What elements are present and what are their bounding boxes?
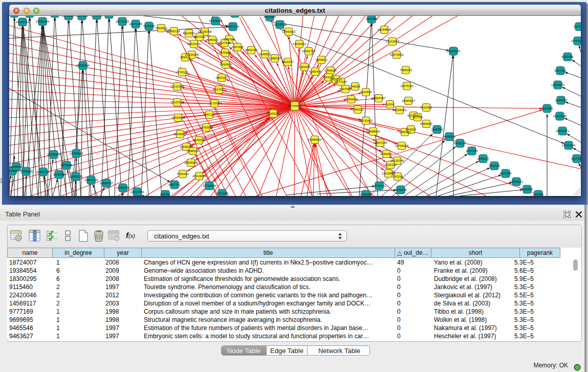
svg-text:5875685: 5875685 xyxy=(219,51,231,54)
svg-text:11156829: 11156829 xyxy=(19,170,33,173)
svg-text:14136141: 14136141 xyxy=(373,184,386,187)
svg-text:9457791: 9457791 xyxy=(168,183,181,186)
svg-text:16353809: 16353809 xyxy=(209,19,223,23)
svg-text:12923446: 12923446 xyxy=(130,190,144,193)
svg-text:18463627: 18463627 xyxy=(402,99,416,102)
svg-text:9245652: 9245652 xyxy=(521,188,533,191)
svg-text:25300203: 25300203 xyxy=(267,112,280,115)
svg-text:16543362: 16543362 xyxy=(187,42,201,46)
svg-text:1588520: 1588520 xyxy=(269,57,281,60)
svg-text:7663822: 7663822 xyxy=(155,27,167,30)
svg-text:8471676: 8471676 xyxy=(499,172,512,175)
svg-text:9327508: 9327508 xyxy=(219,41,231,45)
svg-text:12353594: 12353594 xyxy=(200,126,213,129)
svg-text:10958107: 10958107 xyxy=(100,182,114,185)
svg-text:12213389: 12213389 xyxy=(170,85,184,88)
svg-text:7955812: 7955812 xyxy=(315,58,328,61)
svg-text:8427552: 8427552 xyxy=(213,88,225,91)
svg-text:21364436: 21364436 xyxy=(344,98,358,101)
svg-text:1244419: 1244419 xyxy=(555,99,567,102)
svg-text:16782759: 16782759 xyxy=(116,186,130,189)
svg-text:9975886: 9975886 xyxy=(60,164,73,167)
svg-text:18724007: 18724007 xyxy=(288,104,302,107)
svg-text:17857225: 17857225 xyxy=(84,179,98,182)
svg-text:957786: 957786 xyxy=(412,116,423,119)
svg-text:9827502: 9827502 xyxy=(193,35,206,38)
svg-text:9084067: 9084067 xyxy=(380,152,393,156)
svg-text:10853287: 10853287 xyxy=(62,16,76,17)
svg-text:10107553: 10107553 xyxy=(170,101,184,104)
svg-text:6479197: 6479197 xyxy=(454,142,466,145)
svg-text:10688609: 10688609 xyxy=(366,130,380,133)
svg-text:12975115: 12975115 xyxy=(400,84,414,87)
svg-text:12213957: 12213957 xyxy=(386,40,400,43)
svg-text:5498222: 5498222 xyxy=(187,149,199,152)
svg-text:746266: 746266 xyxy=(350,85,361,88)
svg-text:7515546: 7515546 xyxy=(143,25,155,28)
svg-text:9242848: 9242848 xyxy=(220,63,232,66)
svg-text:15046788: 15046788 xyxy=(180,145,193,148)
svg-text:3624554: 3624554 xyxy=(360,91,372,94)
svg-text:9777169: 9777169 xyxy=(335,80,347,83)
svg-text:16640910: 16640910 xyxy=(293,42,307,46)
svg-text:12942737: 12942737 xyxy=(36,170,50,173)
svg-text:17016504: 17016504 xyxy=(562,144,576,147)
svg-text:954923: 954923 xyxy=(406,128,417,131)
svg-text:6497568: 6497568 xyxy=(339,87,352,91)
svg-text:14055712: 14055712 xyxy=(16,20,30,24)
svg-text:252214: 252214 xyxy=(393,175,403,178)
svg-text:1167532: 1167532 xyxy=(571,157,581,160)
svg-text:2718120: 2718120 xyxy=(176,71,188,74)
svg-text:8813054: 8813054 xyxy=(264,16,276,18)
svg-text:2967608: 2967608 xyxy=(231,46,244,49)
svg-text:1640954: 1640954 xyxy=(431,128,443,131)
svg-text:19218506: 19218506 xyxy=(273,23,287,26)
svg-text:1145194: 1145194 xyxy=(53,173,66,176)
svg-text:8912954: 8912954 xyxy=(183,32,195,35)
svg-text:8938923: 8938923 xyxy=(443,135,455,138)
svg-text:9234451: 9234451 xyxy=(360,193,372,196)
svg-text:16120746: 16120746 xyxy=(390,159,404,162)
svg-text:1571648: 1571648 xyxy=(216,192,228,195)
svg-text:957791: 957791 xyxy=(160,193,171,196)
svg-text:12093872: 12093872 xyxy=(551,83,565,86)
svg-text:2087682: 2087682 xyxy=(365,17,378,20)
svg-text:6966160: 6966160 xyxy=(91,16,103,17)
svg-text:7632621: 7632621 xyxy=(488,164,500,167)
svg-text:1615132: 1615132 xyxy=(384,163,397,166)
svg-text:9474444: 9474444 xyxy=(466,149,478,152)
svg-text:15751074: 15751074 xyxy=(571,39,581,42)
svg-text:10807487: 10807487 xyxy=(372,97,386,100)
svg-text:10654112: 10654112 xyxy=(510,180,524,183)
svg-text:1733426: 1733426 xyxy=(395,188,407,191)
svg-text:3215955: 3215955 xyxy=(541,107,553,110)
svg-text:5322037: 5322037 xyxy=(281,60,294,63)
svg-text:9146821: 9146821 xyxy=(259,53,271,56)
svg-text:8454749: 8454749 xyxy=(245,49,257,52)
svg-text:6794028: 6794028 xyxy=(324,69,337,72)
svg-text:10756925: 10756925 xyxy=(395,144,409,147)
svg-text:10719155: 10719155 xyxy=(116,20,129,23)
svg-text:1117334: 1117334 xyxy=(574,25,581,28)
svg-text:20206576: 20206576 xyxy=(47,153,61,156)
svg-text:18409948: 18409948 xyxy=(184,161,198,164)
svg-text:2803144: 2803144 xyxy=(215,76,228,79)
svg-text:12905135: 12905135 xyxy=(69,175,83,178)
svg-text:7625402: 7625402 xyxy=(177,172,189,176)
svg-text:989612: 989612 xyxy=(180,56,191,59)
svg-text:18226058: 18226058 xyxy=(198,30,212,33)
svg-text:9115460: 9115460 xyxy=(421,106,433,109)
svg-text:16210643: 16210643 xyxy=(553,115,567,118)
svg-text:15720407: 15720407 xyxy=(359,119,373,122)
svg-text:1535061: 1535061 xyxy=(10,165,23,168)
svg-text:19384554: 19384554 xyxy=(308,138,322,141)
svg-text:9699695: 9699695 xyxy=(420,122,432,125)
svg-text:391594: 391594 xyxy=(9,169,18,172)
svg-text:2935114: 2935114 xyxy=(477,157,490,160)
svg-text:16961758: 16961758 xyxy=(302,50,316,53)
svg-text:16548784: 16548784 xyxy=(447,50,461,53)
svg-text:8186323: 8186323 xyxy=(206,38,219,41)
svg-text:62160: 62160 xyxy=(386,103,395,106)
svg-text:16914479: 16914479 xyxy=(192,174,206,178)
svg-text:1362615: 1362615 xyxy=(298,65,311,69)
